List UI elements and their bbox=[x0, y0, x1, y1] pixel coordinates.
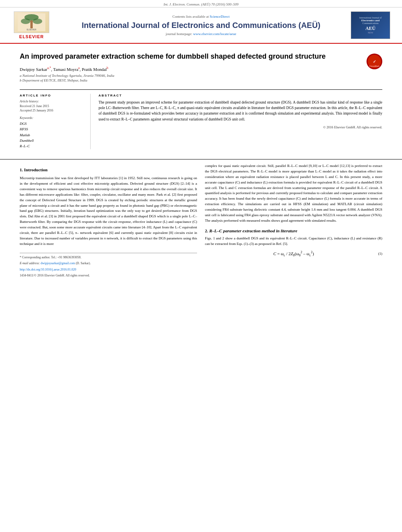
journal-center: Contents lists available at ScienceDirec… bbox=[51, 15, 351, 36]
svg-point-3 bbox=[33, 19, 42, 24]
sciencedirect-line: Contents lists available at ScienceDirec… bbox=[59, 15, 343, 19]
email-link[interactable]: dwipjoysarkar@gmail.com bbox=[41, 261, 75, 265]
intro-right-text: complex for quasi static equivalent circ… bbox=[205, 163, 382, 224]
journal-homepage: journal homepage: www.elsevier.com/locat… bbox=[59, 32, 343, 36]
email-footnote: E-mail address: dwipjoysarkar@gmail.com … bbox=[20, 261, 197, 266]
crossmark-svg: ✓ CrossMark bbox=[367, 54, 382, 69]
article-content: ✓ CrossMark An improved parameter extrac… bbox=[0, 44, 402, 157]
author1-sup: a,* bbox=[47, 66, 51, 70]
svg-text:ELSEVIER: ELSEVIER bbox=[27, 28, 37, 31]
author-comma2: , Pratik Mondal bbox=[80, 67, 107, 72]
journal-header: ELSEVIER ELSEVIER Contents lists availab… bbox=[0, 7, 402, 44]
accepted-date: Accepted 25 January 2016 bbox=[20, 109, 84, 112]
article-info-left: Article Info Article history: Received 2… bbox=[20, 94, 91, 149]
keywords-label: Keywords: bbox=[20, 116, 84, 120]
crossmark-icon[interactable]: ✓ CrossMark bbox=[367, 54, 382, 69]
page: Int. J. Electron. Commun. (AEÜ) 70 (2016… bbox=[0, 0, 402, 532]
issn-footnote: 1434-8411/© 2016 Elsevier GmbH. All righ… bbox=[20, 273, 197, 278]
journal-logo-right: International Journal of Electronics and… bbox=[351, 11, 390, 39]
keyword-hfss: HFSS bbox=[20, 126, 84, 132]
citation-text: Int. J. Electron. Commun. (AEÜ) 70 (2016… bbox=[164, 2, 238, 6]
section2-heading: 2. R–L–C parameter extraction method in … bbox=[205, 228, 382, 234]
author3-sup: b bbox=[107, 66, 108, 70]
left-column: 1. Introduction Microstrip transmission … bbox=[20, 163, 197, 280]
keywords-section: Keywords: DGS HFSS Matlab Dumbbell R–L–C bbox=[20, 116, 84, 149]
author-comma1: , Tamasi Moyra bbox=[51, 67, 78, 72]
svg-text:✓: ✓ bbox=[373, 59, 376, 64]
intro-left-text: Microstrip transmission line was first d… bbox=[20, 176, 197, 247]
section2-text: Figs. 1 and 2 show a dumbbell DGS and it… bbox=[205, 236, 382, 247]
keyword-matlab: Matlab bbox=[20, 132, 84, 138]
affiliation2: b Department of EE/TCE, IIEST, Shibpur, … bbox=[20, 78, 382, 82]
svg-rect-4 bbox=[30, 20, 33, 28]
author1-name: Dwipjoy Sarkar bbox=[20, 67, 47, 72]
svg-point-2 bbox=[21, 19, 30, 24]
elsevier-brand: ELSEVIER bbox=[19, 34, 44, 39]
elsevier-logo: ELSEVIER ELSEVIER bbox=[12, 11, 51, 39]
main-body: 1. Introduction Microstrip transmission … bbox=[0, 159, 402, 287]
keyword-dumbbell: Dumbbell bbox=[20, 138, 84, 143]
copyright-text: © 2016 Elsevier GmbH. All rights reserve… bbox=[99, 125, 382, 129]
keyword-rlc: R–L–C bbox=[20, 143, 84, 149]
intro-heading: 1. Introduction bbox=[20, 167, 197, 173]
right-column: complex for quasi static equivalent circ… bbox=[205, 163, 382, 280]
article-title: An improved parameter extraction scheme … bbox=[20, 52, 382, 61]
formula-1: C = ωc / 2Z0(ω02 – ωc2) (1) bbox=[205, 250, 382, 258]
keyword-dgs: DGS bbox=[20, 121, 84, 126]
logo-line2: Electronics and bbox=[361, 19, 380, 22]
doi-link[interactable]: http://dx.doi.org/10.1016/j.aeue.2016.01… bbox=[20, 268, 76, 271]
citation-bar: Int. J. Electron. Commun. (AEÜ) 70 (2016… bbox=[0, 0, 402, 7]
sciencedirect-link[interactable]: ScienceDirect bbox=[210, 15, 229, 19]
journal-title: International Journal of Electronics and… bbox=[59, 20, 343, 30]
history-label: Article history: bbox=[20, 100, 84, 103]
abstract-section: Abstract The present study proposes an i… bbox=[99, 94, 382, 149]
svg-text:CrossMark: CrossMark bbox=[369, 65, 380, 67]
footnote-section: * Corresponding author. Tel.: +91 986363… bbox=[20, 253, 197, 278]
elsevier-tree-icon: ELSEVIER bbox=[18, 13, 45, 31]
homepage-url[interactable]: www.elsevier.com/locate/aeue bbox=[193, 32, 236, 36]
article-info-heading: Article Info bbox=[20, 94, 84, 97]
corresponding-author: * Corresponding author. Tel.: +91 986363… bbox=[20, 255, 197, 260]
two-column-layout: 1. Introduction Microstrip transmission … bbox=[20, 163, 382, 280]
article-info-section: Article Info Article history: Received 2… bbox=[20, 89, 382, 149]
elsevier-image: ELSEVIER bbox=[14, 11, 49, 33]
received-date: Received 21 June 2015 bbox=[20, 104, 84, 108]
affiliation1: a National Institute of Technology Agart… bbox=[20, 74, 382, 78]
logo-aeu: AEÜ bbox=[365, 26, 375, 32]
formula-expression: C = ωc / 2Z0(ω02 – ωc2) bbox=[273, 251, 314, 256]
authors-line: Dwipjoy Sarkara,*, Tamasi Moyraa, Pratik… bbox=[20, 66, 382, 72]
logo-line3: Communications bbox=[363, 22, 379, 24]
abstract-text: The present study proposes an improved s… bbox=[99, 100, 382, 122]
formula-number: (1) bbox=[378, 251, 383, 257]
abstract-heading: Abstract bbox=[99, 94, 382, 97]
